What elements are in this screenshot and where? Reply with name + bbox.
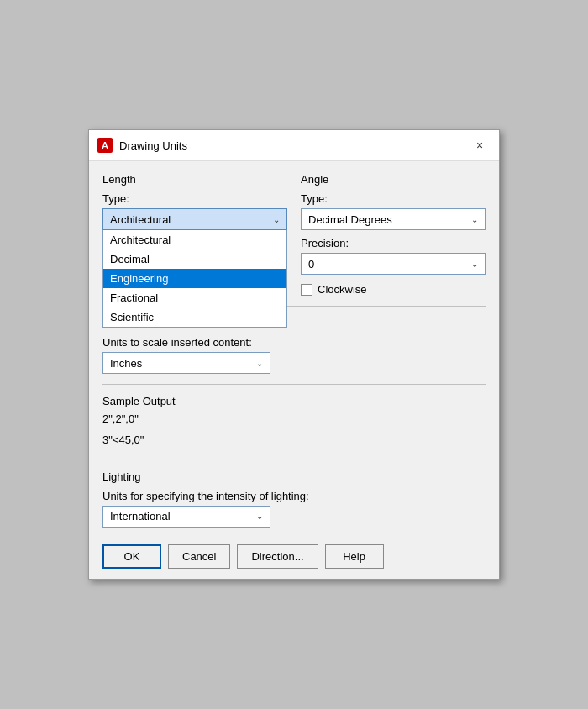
button-row: OK Cancel Direction... Help	[89, 536, 499, 579]
clockwise-row: Clockwise	[301, 283, 486, 296]
length-type-label: Type:	[102, 192, 287, 205]
title-bar-left: A Drawing Units	[97, 138, 187, 153]
insertion-units-arrow-icon: ⌄	[256, 359, 263, 368]
angle-section-label: Angle	[301, 173, 486, 186]
insertion-units-value: Inches	[110, 357, 142, 370]
right-column: Angle Type: Decimal Degrees ⌄ Precision:…	[301, 173, 486, 296]
lighting-units-dropdown[interactable]: International ⌄	[102, 506, 270, 528]
angle-type-label: Type:	[301, 192, 486, 205]
sample-output-label: Sample Output	[102, 395, 486, 407]
length-option-architectural[interactable]: Architectural	[103, 230, 286, 249]
length-type-dropdown-list: Architectural Decimal Engineering Fracti…	[102, 230, 287, 328]
lighting-label: Lighting	[102, 470, 486, 483]
lighting-section: Lighting Units for specifying the intens…	[102, 470, 486, 528]
insertion-units-dropdown-wrapper: Inches ⌄	[102, 352, 270, 374]
sample-line-1: 2",2",0"	[102, 411, 486, 428]
divider-2	[102, 384, 486, 385]
left-column: Length Type: Architectural ⌄ Architectur…	[102, 173, 287, 296]
length-section-label: Length	[102, 173, 287, 186]
insertion-units-dropdown[interactable]: Inches ⌄	[102, 352, 270, 374]
insertion-units-label: Units to scale inserted content:	[102, 336, 486, 349]
length-option-fractional[interactable]: Fractional	[103, 288, 286, 307]
length-type-dropdown[interactable]: Architectural ⌄	[102, 208, 287, 230]
angle-type-value: Decimal Degrees	[308, 213, 392, 226]
length-option-engineering[interactable]: Engineering	[103, 269, 286, 288]
autocad-icon: A	[97, 138, 113, 153]
lighting-units-dropdown-wrapper: International ⌄	[102, 506, 270, 528]
lighting-units-arrow-icon: ⌄	[256, 512, 263, 521]
length-type-value: Architectural	[110, 213, 171, 226]
angle-precision-dropdown-wrapper: 0 ⌄	[301, 253, 486, 275]
angle-type-dropdown-wrapper: Decimal Degrees ⌄	[301, 208, 486, 230]
sample-output-section: Sample Output 2",2",0" 3"<45,0"	[102, 395, 486, 449]
direction-button[interactable]: Direction...	[237, 544, 318, 569]
length-type-arrow-icon: ⌄	[273, 215, 280, 224]
lighting-units-label: Units for specifying the intensity of li…	[102, 490, 486, 502]
title-bar: A Drawing Units ×	[89, 130, 499, 161]
dialog-body: Length Type: Architectural ⌄ Architectur…	[89, 161, 499, 536]
clockwise-checkbox[interactable]	[301, 284, 312, 296]
length-option-scientific[interactable]: Scientific	[103, 307, 286, 327]
clockwise-label[interactable]: Clockwise	[318, 283, 367, 296]
angle-precision-label: Precision:	[301, 237, 486, 249]
ok-button[interactable]: OK	[102, 544, 161, 569]
drawing-units-dialog: A Drawing Units × Length Type: Architect…	[88, 129, 500, 580]
sample-line-2: 3"<45,0"	[102, 432, 486, 449]
angle-type-arrow-icon: ⌄	[471, 215, 478, 224]
angle-precision-dropdown[interactable]: 0 ⌄	[301, 253, 486, 275]
divider-3	[102, 460, 486, 460]
angle-precision-arrow-icon: ⌄	[471, 260, 478, 269]
lighting-units-value: International	[110, 510, 171, 523]
length-type-dropdown-wrapper: Architectural ⌄ Architectural Decimal En…	[102, 208, 287, 230]
close-button[interactable]: ×	[469, 137, 491, 154]
angle-precision-value: 0	[308, 258, 314, 270]
dialog-title: Drawing Units	[119, 139, 187, 152]
main-columns: Length Type: Architectural ⌄ Architectur…	[102, 173, 486, 296]
help-button[interactable]: Help	[325, 544, 384, 569]
cancel-button[interactable]: Cancel	[168, 544, 230, 569]
length-option-decimal[interactable]: Decimal	[103, 249, 286, 269]
angle-type-dropdown[interactable]: Decimal Degrees ⌄	[301, 208, 486, 230]
